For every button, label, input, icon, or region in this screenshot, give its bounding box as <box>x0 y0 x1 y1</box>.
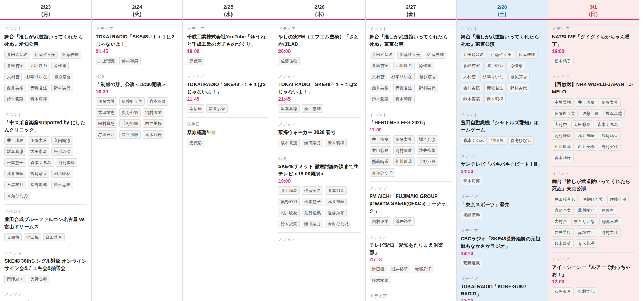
member-tag[interactable]: 佐藤佳穂 <box>60 51 81 59</box>
member-tag[interactable]: 池田楓 <box>24 233 41 241</box>
member-tag[interactable]: 太田彩夏 <box>571 120 593 129</box>
member-tag[interactable]: 井田玲音名 <box>370 51 395 59</box>
member-tag[interactable]: 河村優愛 <box>370 217 391 226</box>
member-tag[interactable]: 大村杏 <box>552 217 569 226</box>
member-tag[interactable]: 井田玲音名 <box>552 195 578 203</box>
member-tag[interactable]: 杉本りいな <box>480 73 506 81</box>
member-tag[interactable]: 北川愛乃 <box>393 62 415 70</box>
member-tag[interactable]: 大村杏 <box>552 120 569 129</box>
member-tag[interactable]: 河村優愛 <box>143 108 164 117</box>
event-title-link[interactable]: CBCラジオ「SKE48荒野姫楓の元祖鯱もなかさかラジオ」 <box>461 235 543 250</box>
event-title-link[interactable]: テレビ愛知「愛知あたりまえ倶楽部」 <box>370 241 452 256</box>
member-tag[interactable]: 赤堀君江 <box>484 84 506 92</box>
event-title-link[interactable]: 【再放送】NHK WORLD-JAPAN「J-MELO」 <box>552 81 635 95</box>
member-tag[interactable]: 鈴木愛菜 <box>461 95 482 103</box>
member-tag[interactable]: 石黒友月 <box>552 287 574 295</box>
member-tag[interactable]: 伊藤虹々美 <box>552 109 578 118</box>
member-tag[interactable]: 坂本真凛 <box>278 139 300 147</box>
member-tag[interactable]: 青木莉樺 <box>143 130 164 139</box>
member-tag[interactable]: 青木莉樺 <box>393 95 415 103</box>
member-tag[interactable]: 青木莉樺 <box>28 95 49 103</box>
member-tag[interactable]: 池田楓 <box>489 136 506 145</box>
member-tag[interactable]: 野村実代 <box>51 84 73 92</box>
member-tag[interactable]: 倉島杏実 <box>370 62 391 70</box>
member-tag[interactable]: 河村優愛 <box>56 158 77 167</box>
member-tag[interactable]: 相川暖花 <box>393 157 415 166</box>
member-tag[interactable]: 倉島杏実 <box>461 62 482 70</box>
member-tag[interactable]: 西井美桜 <box>461 84 482 92</box>
member-tag[interactable]: 池田楓 <box>370 265 387 273</box>
member-tag[interactable]: 仲村和泉 <box>119 57 141 65</box>
member-tag[interactable]: 南澤恋々 <box>4 275 26 283</box>
member-tag[interactable]: 倉島杏実 <box>4 62 26 70</box>
member-tag[interactable]: 鎌田菜月 <box>43 233 65 241</box>
member-tag[interactable]: 熊崎晴香 <box>370 157 391 166</box>
event-title-link[interactable]: SKE48サミット 徹底討論終演まで生テレビ＜19:00開演＞ <box>278 163 361 177</box>
member-tag[interactable]: 中坂美祐 <box>552 98 574 107</box>
member-tag[interactable]: 松本慈子 <box>4 158 26 167</box>
member-tag[interactable]: 青木莉樺 <box>325 139 347 147</box>
member-tag[interactable]: 篠原京香 <box>417 73 438 81</box>
member-tag[interactable]: 西井美桜 <box>552 228 574 237</box>
member-tag[interactable]: 伊藤虹々美 <box>32 51 58 59</box>
member-tag[interactable]: 入内嶋涼 <box>51 136 73 145</box>
member-tag[interactable]: 篠原京香 <box>52 73 73 81</box>
member-tag[interactable]: 佐藤佳穂 <box>516 51 538 59</box>
member-tag[interactable]: 原優寧 <box>51 62 69 70</box>
event-title-link[interactable]: 舞台『推しが武道館いってくれたら死ぬ』愛知公演 <box>4 33 87 48</box>
member-tag[interactable]: 大村杏 <box>370 73 387 81</box>
event-title-link[interactable]: SKE48 36thシングル対象 オンラインサイン会&チェキ会&抽選会 <box>4 257 87 272</box>
member-tag[interactable]: 青海ひな乃 <box>370 168 396 177</box>
event-title-link[interactable]: 東海ウォーカー 2026 春号 <box>278 129 361 136</box>
member-tag[interactable]: 森本くるみ <box>461 136 487 145</box>
member-tag[interactable]: 荒野姫楓 <box>302 209 323 217</box>
event-title-link[interactable]: 桒原椿誕生日 <box>187 129 269 136</box>
member-tag[interactable]: 青海ひな乃 <box>508 136 534 145</box>
member-tag[interactable]: 太田彩夏 <box>370 146 391 155</box>
member-tag[interactable]: 原優寧 <box>417 62 434 70</box>
member-tag[interactable]: 大村杏 <box>461 73 478 81</box>
member-tag[interactable]: 浅井裕華 <box>393 217 415 226</box>
member-tag[interactable]: 鎌田菜月 <box>302 220 323 228</box>
member-tag[interactable]: 赤堀君江 <box>96 130 117 139</box>
member-tag[interactable]: 篠原京香 <box>599 217 621 226</box>
member-tag[interactable]: 井上瑠夏 <box>370 135 391 144</box>
member-tag[interactable]: 倉本羽菜 <box>325 186 347 195</box>
member-tag[interactable]: 荒野姫楓 <box>119 119 141 128</box>
member-tag[interactable]: 佐藤佳穂 <box>425 51 446 59</box>
member-tag[interactable]: 野村実代 <box>599 143 621 151</box>
member-tag[interactable]: 桒原椿 <box>187 104 204 113</box>
member-tag[interactable]: 青木莉樺 <box>484 95 506 103</box>
event-title-link[interactable]: 「東京スポーツ」発売 <box>461 201 543 208</box>
member-tag[interactable]: 井田玲音名 <box>461 51 486 59</box>
member-tag[interactable]: 杉本りいな <box>24 73 50 81</box>
event-title-link[interactable]: TOKAI RADIO「KORE-SUKI! RADIO」 <box>461 283 543 298</box>
member-tag[interactable]: 坂本真凛 <box>417 135 438 144</box>
event-title-link[interactable]: 「HEROINES FES 2026」 <box>370 119 452 126</box>
member-tag[interactable]: 石黒友月 <box>4 181 26 189</box>
member-tag[interactable]: 相川暖花 <box>552 143 574 151</box>
member-tag[interactable]: 長谷川雅 <box>119 130 141 139</box>
member-tag[interactable]: 西井美桜 <box>4 84 26 92</box>
member-tag[interactable]: 伊藤実希 <box>599 98 621 107</box>
member-tag[interactable]: 鈴木恋奈 <box>278 220 300 228</box>
event-title-link[interactable]: 千成工業株式会社YouTube「ゆうねと千成工業のガチものづくり」 <box>187 33 269 48</box>
member-tag[interactable]: 杉本りいな <box>571 217 597 226</box>
event-title-link[interactable]: 「制服の芽」公演＜18:30開演＞ <box>96 81 178 88</box>
member-tag[interactable]: 井田玲音名 <box>4 51 30 59</box>
member-tag[interactable]: 青木莉樺 <box>552 154 574 162</box>
member-tag[interactable]: 青木莉樺 <box>461 177 482 185</box>
member-tag[interactable]: 坂本真凛 <box>4 147 26 156</box>
event-title-link[interactable]: TOKAI RADIO「SKE48♡１＋１は2じゃないよ！」 <box>278 81 361 95</box>
member-tag[interactable]: 青木莉樺 <box>576 239 597 248</box>
member-tag[interactable]: 荒野姫楓 <box>28 181 49 189</box>
member-tag[interactable]: 河村優愛 <box>393 146 415 155</box>
member-tag[interactable]: 西井美桜 <box>143 119 164 128</box>
member-tag[interactable]: 伊藤実希 <box>96 97 117 106</box>
member-tag[interactable]: 伊藤虹々美 <box>119 97 145 106</box>
member-tag[interactable]: 佐藤佳穂 <box>607 195 629 203</box>
member-tag[interactable]: 杉本りいな <box>389 73 415 81</box>
event-title-link[interactable]: アイ・シーシー『ルアーで釣っちゃお！』 <box>552 264 635 278</box>
event-title-link[interactable]: 豊田自動織機『シャトルズ愛知』ホームゲーム <box>461 119 543 134</box>
member-tag[interactable]: 奥野心羽 <box>278 198 300 206</box>
